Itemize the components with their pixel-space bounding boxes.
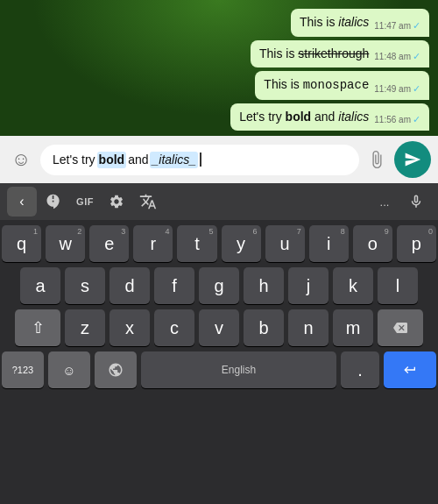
- key-y[interactable]: 6y: [222, 225, 261, 262]
- key-x[interactable]: x: [110, 309, 150, 346]
- key-e[interactable]: 3e: [89, 225, 129, 262]
- key-z[interactable]: z: [65, 309, 105, 346]
- keyboard-row-2: a s d f g h j k l: [2, 267, 436, 304]
- key-enter[interactable]: [384, 351, 436, 388]
- key-s[interactable]: s: [65, 267, 105, 304]
- keyboard-gif-button[interactable]: GIF: [70, 187, 100, 217]
- keyboard-translate-button[interactable]: [133, 187, 163, 217]
- read-check-3: ✓: [413, 83, 420, 95]
- key-g[interactable]: g: [199, 267, 239, 304]
- keyboard-back-button[interactable]: ‹: [7, 187, 37, 217]
- key-emoji[interactable]: ☺: [48, 351, 90, 388]
- chat-area: This is italics 11:47 am ✓ This is strik…: [0, 0, 438, 136]
- key-m[interactable]: m: [333, 309, 373, 346]
- key-q[interactable]: 1q: [2, 225, 41, 262]
- keyboard-row-3: ⇧ z x c v b n m: [2, 309, 436, 346]
- emoji-button[interactable]: ☺: [7, 146, 35, 174]
- message-meta-3: 11:49 am ✓: [374, 83, 420, 95]
- message-meta-1: 11:47 am ✓: [374, 20, 420, 32]
- message-bubble-2: This is strikethrough 11:48 am ✓: [251, 40, 429, 68]
- message-input[interactable]: Let's try bold and _italics_: [40, 145, 359, 176]
- send-button[interactable]: [394, 141, 431, 178]
- message-bubble-1: This is italics 11:47 am ✓: [291, 9, 429, 37]
- attach-button[interactable]: [364, 147, 389, 172]
- key-l[interactable]: l: [378, 267, 418, 304]
- key-n[interactable]: n: [288, 309, 328, 346]
- key-t[interactable]: 5t: [177, 225, 216, 262]
- keyboard-more-button[interactable]: ...: [370, 187, 399, 217]
- keyboard-settings-button[interactable]: [102, 187, 131, 217]
- key-u[interactable]: 7u: [265, 225, 305, 262]
- key-num-switch[interactable]: ?123: [2, 351, 44, 388]
- read-check-1: ✓: [413, 20, 420, 32]
- key-f[interactable]: f: [154, 267, 194, 304]
- keyboard-sticker-button[interactable]: [39, 187, 68, 217]
- key-shift[interactable]: ⇧: [15, 309, 60, 346]
- key-j[interactable]: j: [288, 267, 328, 304]
- read-check-2: ✓: [413, 51, 420, 62]
- message-meta-2: 11:48 am ✓: [374, 51, 420, 62]
- key-r[interactable]: 4r: [133, 225, 173, 262]
- message-bubble-4: Let's try bold and italics 11:56 am ✓: [230, 103, 429, 131]
- message-text-2: This is strikethrough: [259, 46, 369, 63]
- keyboard-toolbar: ‹ GIF ...: [0, 183, 438, 220]
- key-v[interactable]: v: [199, 309, 239, 346]
- message-text-4: Let's try bold and italics: [239, 109, 369, 126]
- key-h[interactable]: h: [244, 267, 284, 304]
- keyboard-row-1: 1q 2w 3e 4r 5t 6y 7u 8i 9o 0p: [2, 225, 436, 262]
- key-p[interactable]: 0p: [397, 225, 436, 262]
- keyboard-rows: 1q 2w 3e 4r 5t 6y 7u 8i 9o 0p a s d f g …: [0, 220, 438, 504]
- read-check-4: ✓: [413, 114, 420, 125]
- key-space[interactable]: English: [141, 351, 336, 388]
- key-k[interactable]: k: [333, 267, 373, 304]
- key-i[interactable]: 8i: [309, 225, 349, 262]
- input-bar: ☺ Let's try bold and _italics_: [0, 136, 438, 183]
- message-meta-4: 11:56 am ✓: [374, 114, 420, 125]
- message-text-3: This is monospace: [264, 76, 369, 95]
- key-c[interactable]: c: [154, 309, 194, 346]
- keyboard-row-4: ?123 ☺ English .: [2, 351, 436, 388]
- key-d[interactable]: d: [110, 267, 150, 304]
- message-text-1: This is italics: [300, 14, 369, 32]
- key-o[interactable]: 9o: [353, 225, 392, 262]
- message-bubble-3: This is monospace 11:49 am ✓: [255, 71, 429, 100]
- key-globe[interactable]: [95, 351, 137, 388]
- keyboard: ‹ GIF ... 1q 2w: [0, 183, 438, 504]
- keyboard-mic-button[interactable]: [401, 187, 431, 217]
- key-delete[interactable]: [378, 309, 423, 346]
- key-a[interactable]: a: [20, 267, 60, 304]
- key-b[interactable]: b: [244, 309, 284, 346]
- key-w[interactable]: 2w: [46, 225, 85, 262]
- key-period[interactable]: .: [341, 351, 379, 388]
